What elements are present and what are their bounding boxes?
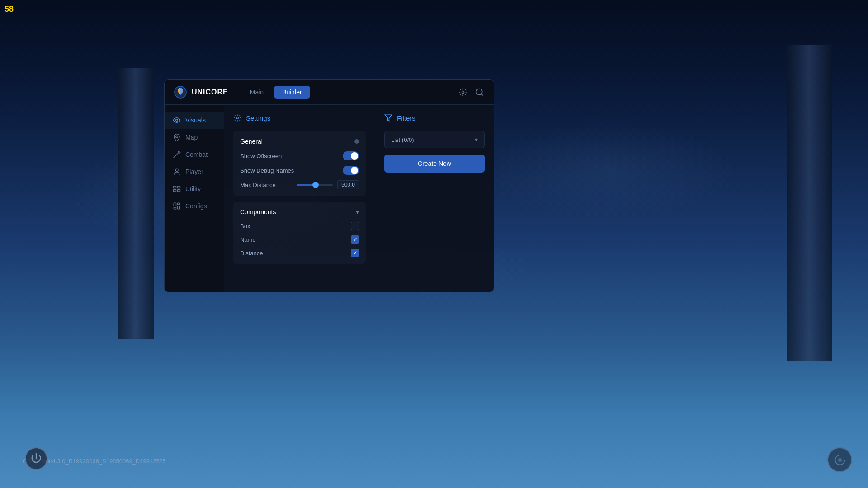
power-icon [30, 452, 42, 465]
fps-counter: 58 [5, 5, 14, 14]
svg-rect-14 [174, 203, 176, 206]
filter-icon [384, 114, 392, 122]
max-distance-track[interactable] [297, 184, 333, 186]
settings-title: Settings [246, 114, 270, 122]
sidebar-item-utility[interactable]: Utility [165, 180, 224, 197]
box-label: Box [240, 223, 250, 230]
svg-point-3 [462, 91, 464, 93]
settings-header: Settings [233, 114, 366, 122]
components-title: Components [240, 208, 276, 216]
filters-header: Filters [384, 114, 485, 122]
svg-rect-16 [178, 203, 180, 205]
max-distance-label: Max Distance [240, 182, 276, 188]
svg-point-4 [476, 89, 482, 94]
pillar-right [787, 45, 832, 361]
tab-main[interactable]: Main [242, 86, 272, 99]
svg-rect-10 [174, 186, 176, 188]
svg-rect-12 [174, 190, 176, 192]
eye-icon [173, 116, 181, 124]
svg-point-1 [838, 458, 842, 462]
utility-icon [173, 185, 181, 193]
sidebar-label-visuals: Visuals [185, 117, 206, 124]
name-checkbox[interactable] [351, 235, 359, 244]
svg-point-9 [175, 169, 178, 171]
header-actions [458, 87, 485, 97]
svg-point-18 [236, 117, 239, 119]
name-label: Name [240, 236, 256, 243]
sidebar-item-map[interactable]: Map [165, 129, 224, 146]
general-section: General Show Offscreen Show Debug Names … [233, 131, 366, 196]
max-distance-value: 500.0 [337, 180, 359, 189]
show-debug-names-label: Show Debug Names [240, 167, 294, 174]
show-offscreen-row: Show Offscreen [240, 151, 359, 160]
gear-icon[interactable] [458, 87, 468, 97]
show-debug-names-toggle[interactable] [343, 166, 359, 175]
settings-panel: Settings General Show Offscreen Show Deb… [224, 105, 375, 292]
distance-label: Distance [240, 250, 263, 257]
components-section: Components ▾ Box Name Distance [233, 202, 366, 264]
search-icon[interactable] [475, 87, 485, 97]
logo-text: UNICORE [192, 88, 228, 96]
svg-rect-17 [178, 206, 180, 209]
sidebar-label-configs: Configs [185, 202, 207, 210]
sidebar-label-combat: Combat [185, 151, 208, 158]
panels-area: Settings General Show Offscreen Show Deb… [224, 105, 494, 292]
map-icon [173, 133, 181, 141]
filters-title: Filters [397, 114, 415, 122]
header: UNICORE Main Builder [165, 80, 494, 105]
filter-dropdown[interactable]: List (0/0) ▾ [384, 131, 485, 148]
show-offscreen-toggle[interactable] [343, 151, 359, 160]
spinner-button[interactable] [827, 447, 852, 472]
svg-marker-19 [385, 115, 392, 121]
general-section-header: General [240, 138, 359, 145]
filter-dropdown-chevron-icon: ▾ [475, 136, 478, 143]
sidebar-item-configs[interactable]: Configs [165, 197, 224, 215]
sidebar-item-combat[interactable]: Combat [165, 146, 224, 163]
pillar-left [118, 68, 154, 339]
content-area: Visuals Map Combat [165, 105, 494, 292]
distance-row: Distance [240, 249, 359, 257]
box-checkbox[interactable] [351, 222, 359, 230]
sidebar-item-visuals[interactable]: Visuals [165, 112, 224, 129]
show-debug-names-row: Show Debug Names [240, 166, 359, 175]
svg-line-5 [481, 94, 483, 95]
logo-area: UNICORE [174, 85, 228, 99]
sidebar-label-utility: Utility [185, 185, 201, 192]
power-button[interactable] [25, 447, 47, 470]
components-chevron-icon[interactable]: ▾ [356, 208, 359, 216]
distance-checkbox[interactable] [351, 249, 359, 257]
svg-point-6 [176, 119, 178, 122]
sidebar-item-player[interactable]: Player [165, 163, 224, 180]
svg-rect-13 [178, 190, 180, 192]
components-section-header: Components ▾ [240, 208, 359, 216]
sidebar: Visuals Map Combat [165, 105, 224, 292]
box-row: Box [240, 222, 359, 230]
general-title: General [240, 138, 263, 145]
name-row: Name [240, 235, 359, 244]
max-distance-row: Max Distance 500.0 [240, 180, 359, 189]
nav-tabs: Main Builder [242, 86, 458, 99]
general-toggle-dot [354, 139, 359, 144]
create-new-button[interactable]: Create New [384, 155, 485, 173]
filter-dropdown-label: List (0/0) [391, 136, 414, 143]
svg-point-7 [176, 136, 178, 138]
combat-icon [173, 150, 181, 159]
logo-icon [174, 85, 187, 99]
max-distance-slider-container: 500.0 [297, 180, 359, 189]
filters-panel: Filters List (0/0) ▾ Create New [375, 105, 494, 292]
sidebar-label-map: Map [185, 134, 198, 141]
configs-icon [173, 202, 181, 210]
svg-rect-11 [178, 186, 180, 188]
main-window: UNICORE Main Builder [164, 79, 494, 292]
svg-rect-15 [174, 207, 176, 209]
sidebar-label-player: Player [185, 168, 203, 175]
tab-builder[interactable]: Builder [274, 86, 310, 99]
show-offscreen-label: Show Offscreen [240, 153, 282, 160]
spinner-icon [834, 454, 846, 466]
settings-icon [233, 114, 241, 122]
player-icon [173, 168, 181, 176]
slider-thumb[interactable] [312, 182, 319, 188]
